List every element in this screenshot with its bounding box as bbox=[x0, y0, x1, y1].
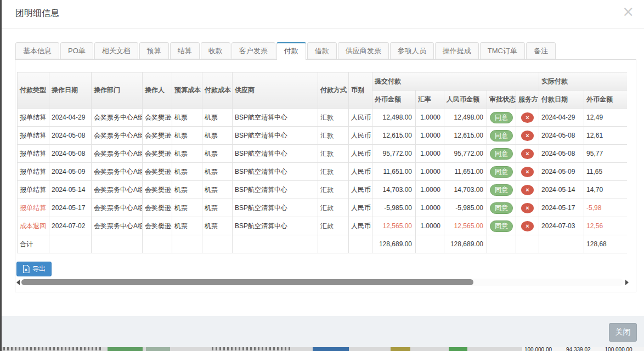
cell-pay-method: 汇款 bbox=[318, 181, 349, 199]
table-row: 报单结算2024-04-29会奖票务中心A组会奖樊逊机票机票BSP航空清算中心汇… bbox=[18, 109, 628, 127]
cell-currency: 人民币 bbox=[349, 145, 372, 163]
cell-supplier: BSP航空清算中心 bbox=[233, 109, 318, 127]
cell-rate: 1.0000 bbox=[416, 181, 444, 199]
cell-supplier: BSP航空清算中心 bbox=[233, 145, 318, 163]
cell-pay-method: 汇款 bbox=[318, 217, 349, 235]
scroll-right-arrow-icon[interactable] bbox=[625, 280, 629, 285]
approval-badge: 同意 bbox=[490, 148, 513, 160]
cell-op-date: 2024-05-09 bbox=[49, 163, 92, 181]
tab-5[interactable]: 结算 bbox=[170, 42, 200, 59]
cell-pay-date: 2024-05-09 bbox=[539, 163, 584, 181]
cell-pay-date: 2024-05-14 bbox=[539, 181, 584, 199]
cell-pay-date: 2024-04-29 bbox=[539, 109, 584, 127]
cell-pay-cost: 机票 bbox=[202, 163, 233, 181]
tab-1[interactable]: 基本信息 bbox=[15, 42, 59, 59]
total-actual-fc-amount: 128,68 bbox=[584, 235, 627, 253]
cell-actual-fc-amount: 11,65 bbox=[584, 163, 627, 181]
cell-currency: 人民币 bbox=[349, 109, 372, 127]
tab-14[interactable]: 备注 bbox=[526, 42, 556, 59]
cell-operator: 会奖樊逊 bbox=[143, 163, 172, 181]
cell-actual-fc-amount: 12,49 bbox=[584, 109, 627, 127]
tab-7[interactable]: 客户发票 bbox=[231, 42, 275, 59]
reject-x-icon: × bbox=[521, 203, 534, 213]
cell-payment-type: 报单结算 bbox=[18, 127, 49, 145]
tab-11[interactable]: 参项人员 bbox=[390, 42, 434, 59]
cell-budget-cost: 机票 bbox=[172, 163, 202, 181]
scroll-left-arrow-icon[interactable] bbox=[16, 280, 20, 285]
col-header-payment-type: 付款类型 bbox=[18, 72, 49, 109]
tab-9[interactable]: 借款 bbox=[307, 42, 337, 59]
tab-6[interactable]: 收款 bbox=[201, 42, 230, 59]
scrollbar-track[interactable] bbox=[21, 279, 624, 286]
approval-badge: 同意 bbox=[490, 184, 513, 196]
close-button[interactable]: 关闭 bbox=[609, 323, 637, 342]
table-row: 报单结算2024-05-09会奖票务中心A组会奖樊逊机票机票BSP航空清算中心汇… bbox=[18, 163, 628, 181]
cell-rate: 1.0000 bbox=[416, 145, 444, 163]
cell-pay-cost: 机票 bbox=[202, 217, 233, 235]
tab-3[interactable]: 相关文档 bbox=[94, 42, 138, 59]
cell-pay-date: 2024-05-08 bbox=[539, 145, 584, 163]
col-header-cny-amount: 人民币金额 bbox=[444, 90, 487, 109]
table-row: 报单结算2024-05-08会奖票务中心A组会奖樊逊机票机票BSP航空清算中心汇… bbox=[18, 127, 628, 145]
tab-2[interactable]: PO单 bbox=[60, 42, 93, 59]
background-status-chip bbox=[449, 347, 467, 351]
background-page-strip: 100,000.0094,339.02100,000.00100,0 bbox=[0, 347, 644, 351]
cell-supplier: BSP航空清算中心 bbox=[233, 217, 318, 235]
cell-currency: 人民币 bbox=[349, 199, 372, 217]
tab-8[interactable]: 付款 bbox=[276, 42, 306, 60]
cell-pay-method: 汇款 bbox=[318, 145, 349, 163]
export-button[interactable]: 导出 bbox=[16, 262, 52, 276]
cell-supplier: BSP航空清算中心 bbox=[233, 163, 318, 181]
col-header-pay-date: 付款日期 bbox=[539, 90, 584, 109]
export-file-icon bbox=[22, 265, 30, 273]
cell-fc-amount: 12,565.00 bbox=[372, 217, 416, 235]
table-row: 成本退回2024-07-02会奖票务中心A组会奖樊逊机票机票BSP航空清算中心汇… bbox=[18, 217, 628, 235]
cell-actual-fc-amount: 14,70 bbox=[584, 181, 627, 199]
cell-pay-cost: 机票 bbox=[202, 145, 233, 163]
cell-supplier: BSP航空清算中心 bbox=[233, 199, 318, 217]
cell-budget-cost: 机票 bbox=[172, 199, 202, 217]
cell-pay-cost: 机票 bbox=[202, 109, 233, 127]
tab-4[interactable]: 预算 bbox=[139, 42, 169, 59]
reject-x-icon: × bbox=[521, 149, 534, 159]
cell-op-dept: 会奖票务中心A组 bbox=[92, 109, 143, 127]
cell-op-dept: 会奖票务中心A组 bbox=[92, 163, 143, 181]
group-header-submitted-payment: 提交付款 bbox=[372, 72, 539, 90]
table-row: 报单结算2024-05-17会奖票务中心A组会奖樊逊机票机票BSP航空清算中心汇… bbox=[18, 199, 628, 217]
cell-fc-amount: -5,985.00 bbox=[372, 199, 416, 217]
cell-approval-status: 同意 bbox=[487, 181, 516, 199]
cell-op-date: 2024-04-29 bbox=[49, 109, 92, 127]
cell-currency: 人民币 bbox=[349, 163, 372, 181]
cell-operator: 会奖樊逊 bbox=[143, 127, 172, 145]
cell-rate: 1.0000 bbox=[416, 199, 444, 217]
table-body: 报单结算2024-04-29会奖票务中心A组会奖樊逊机票机票BSP航空清算中心汇… bbox=[18, 109, 628, 235]
tab-10[interactable]: 供应商发票 bbox=[338, 42, 389, 59]
cell-currency: 人民币 bbox=[349, 181, 372, 199]
cell-cny-amount: 12,565.00 bbox=[444, 217, 487, 235]
tab-13[interactable]: TMC订单 bbox=[480, 42, 525, 59]
cell-pay-cost: 机票 bbox=[202, 181, 233, 199]
reject-x-icon: × bbox=[521, 185, 534, 195]
approval-badge: 同意 bbox=[490, 220, 513, 232]
horizontal-scrollbar bbox=[16, 278, 629, 286]
scrollbar-thumb[interactable] bbox=[21, 279, 473, 285]
cell-fc-amount: 12,498.00 bbox=[372, 109, 416, 127]
cell-rate: 1.0000 bbox=[416, 109, 444, 127]
tab-12[interactable]: 操作提成 bbox=[435, 42, 479, 59]
background-status-chip bbox=[146, 347, 170, 351]
cell-service-party: × bbox=[516, 217, 539, 235]
col-header-approval-status: 审批状态 bbox=[487, 90, 516, 109]
col-header-fc-amount: 外币金额 bbox=[372, 90, 416, 109]
background-page-edge bbox=[0, 0, 2, 351]
cell-fc-amount: 11,651.00 bbox=[372, 163, 416, 181]
total-label: 合计 bbox=[18, 235, 49, 253]
tab-panel-payments: 付款类型 操作日期 操作部门 操作人 预算成本 付款成本 供应商 付款方式 币别… bbox=[15, 59, 636, 292]
reject-x-icon: × bbox=[521, 112, 534, 123]
cell-budget-cost: 机票 bbox=[172, 127, 202, 145]
cell-op-dept: 会奖票务中心A组 bbox=[92, 145, 143, 163]
cell-currency: 人民币 bbox=[349, 127, 372, 145]
close-icon[interactable]: × bbox=[622, 4, 634, 19]
cell-operator: 会奖樊逊 bbox=[143, 217, 172, 235]
cell-fc-amount: 14,703.00 bbox=[372, 181, 416, 199]
col-header-op-dept: 操作部门 bbox=[92, 72, 143, 109]
